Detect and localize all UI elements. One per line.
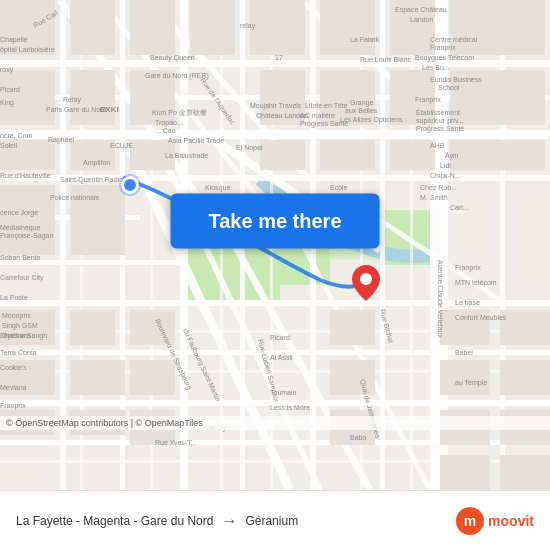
svg-rect-52 <box>0 70 55 125</box>
bottom-bar: La Fayette - Magenta - Gare du Nord → Gé… <box>0 490 550 550</box>
svg-text:Françoise-Sagan: Françoise-Sagan <box>0 232 53 240</box>
svg-text:Franprix: Franprix <box>0 402 26 410</box>
svg-text:Hôpital Lariboisière: Hôpital Lariboisière <box>0 46 55 54</box>
svg-text:La base: La base <box>455 299 480 306</box>
moovit-logo: m moovit <box>456 507 534 535</box>
svg-text:Babel: Babel <box>455 349 473 356</box>
svg-text:Lidl: Lidl <box>440 162 451 169</box>
map-container: Rue Cail Espace Château Landon La Fabrik… <box>0 0 550 490</box>
svg-text:Chez Rob...: Chez Rob... <box>420 184 457 191</box>
svg-text:MTN télécom: MTN télécom <box>455 279 497 286</box>
svg-text:Litote en Tête: Litote en Tête <box>305 102 348 109</box>
svg-point-185 <box>360 273 372 285</box>
svg-text:School: School <box>438 84 460 91</box>
svg-text:Rue d'Hauteville: Rue d'Hauteville <box>0 172 51 179</box>
svg-text:Less Is More: Less Is More <box>270 404 310 411</box>
svg-text:Confort Meubles: Confort Meubles <box>455 314 507 321</box>
svg-text:King: King <box>0 99 14 107</box>
svg-text:cence Jorge: cence Jorge <box>0 209 38 217</box>
svg-text:Progress Santé: Progress Santé <box>416 125 464 133</box>
svg-text:Rue Louis Blanc: Rue Louis Blanc <box>360 56 411 63</box>
svg-text:Gare du Nord (RER): Gare du Nord (RER) <box>145 72 209 80</box>
svg-text:AC matière: AC matière <box>300 112 335 119</box>
svg-rect-48 <box>250 0 305 55</box>
svg-text:Euridis Business: Euridis Business <box>430 76 482 83</box>
svg-rect-77 <box>330 310 375 345</box>
svg-text:El Nopal: El Nopal <box>236 144 263 152</box>
svg-rect-82 <box>440 360 490 395</box>
svg-text:Landon: Landon <box>410 16 433 23</box>
svg-text:Franprix: Franprix <box>455 264 481 272</box>
svg-text:M. Smith: M. Smith <box>420 194 448 201</box>
copyright-text: © OpenStreetMap contributors | © OpenMap… <box>6 418 203 428</box>
svg-rect-63 <box>320 140 375 170</box>
svg-text:aux Belles: aux Belles <box>345 107 378 114</box>
svg-text:ECUJE: ECUJE <box>110 142 133 149</box>
svg-rect-81 <box>500 310 550 345</box>
svg-text:Monoprix: Monoprix <box>2 312 31 320</box>
svg-text:Tropao...: Tropao... <box>155 119 183 127</box>
svg-text:Asia Pacific Trade: Asia Pacific Trade <box>168 137 224 144</box>
moovit-icon: m <box>456 507 484 535</box>
svg-text:Chick-N...: Chick-N... <box>430 172 461 179</box>
svg-rect-49 <box>320 0 375 55</box>
destination-marker <box>352 265 380 301</box>
svg-text:Franprix: Franprix <box>430 44 456 52</box>
svg-text:ncre. Com: ncre. Com <box>0 132 32 139</box>
svg-text:Soban Bento: Soban Bento <box>0 254 41 261</box>
svg-text:La Balustrade: La Balustrade <box>165 152 208 159</box>
svg-text:Moujahir Travels: Moujahir Travels <box>250 102 302 110</box>
svg-text:Ayin: Ayin <box>445 152 459 160</box>
svg-text:Bouygues Telecom: Bouygues Telecom <box>415 54 474 62</box>
svg-text:Carrefour City: Carrefour City <box>0 274 44 282</box>
svg-text:Les Bu...: Les Bu... <box>422 64 450 71</box>
svg-text:Soleil: Soleil <box>0 142 18 149</box>
svg-text:Babo: Babo <box>350 434 366 441</box>
arrow-icon: → <box>221 512 237 530</box>
svg-text:Grange: Grange <box>350 99 373 107</box>
moovit-label: moovit <box>488 513 534 529</box>
svg-text:Centre médical: Centre médical <box>430 36 478 43</box>
svg-rect-51 <box>450 0 545 55</box>
svg-rect-87 <box>500 455 550 490</box>
svg-text:Picard: Picard <box>0 86 20 93</box>
svg-rect-65 <box>450 140 545 170</box>
svg-rect-83 <box>500 360 550 395</box>
svg-text:EXKI: EXKI <box>100 105 119 114</box>
to-label: Géranium <box>245 514 298 528</box>
svg-text:Carl...: Carl... <box>450 204 469 211</box>
svg-text:Relay: Relay <box>63 96 81 104</box>
svg-text:... Cao: ... Cao <box>155 127 176 134</box>
svg-rect-64 <box>390 140 435 170</box>
svg-text:Progress Santé: Progress Santé <box>300 120 348 128</box>
svg-text:Kum Po 金票钦餐: Kum Po 金票钦餐 <box>152 109 207 117</box>
svg-text:Police nationale: Police nationale <box>50 194 100 201</box>
take-me-there-button[interactable]: Take me there <box>170 193 379 248</box>
svg-rect-70 <box>70 360 125 395</box>
svg-text:Amplifon: Amplifon <box>83 159 110 167</box>
svg-text:17: 17 <box>275 54 283 61</box>
svg-text:Avenue Claude Vellefaux: Avenue Claude Vellefaux <box>437 260 444 339</box>
route-info: La Fayette - Magenta - Gare du Nord → Gé… <box>16 512 456 530</box>
svg-text:Espace Château: Espace Château <box>395 6 447 14</box>
svg-text:Beauty Queen: Beauty Queen <box>150 54 195 62</box>
svg-text:Terra Corsa: Terra Corsa <box>0 349 37 356</box>
svg-text:supérieur priv...: supérieur priv... <box>416 117 464 125</box>
svg-rect-69 <box>70 310 115 345</box>
svg-text:La Poste: La Poste <box>0 294 28 301</box>
svg-text:Dharma Sangh: Dharma Sangh <box>0 332 47 340</box>
svg-text:Médiathèque: Médiathèque <box>0 224 41 232</box>
svg-text:Franprix: Franprix <box>415 96 441 104</box>
svg-text:AHB: AHB <box>430 142 445 149</box>
svg-rect-86 <box>440 455 490 490</box>
svg-rect-75 <box>130 360 175 395</box>
svg-text:Rue Yves-T...: Rue Yves-T... <box>155 439 197 446</box>
svg-text:Cookie's: Cookie's <box>0 364 27 371</box>
svg-text:Toumain: Toumain <box>270 389 297 396</box>
svg-text:relay: relay <box>240 22 256 30</box>
svg-rect-62 <box>260 140 305 170</box>
svg-rect-45 <box>70 0 115 55</box>
svg-text:Paris Gare du Nord: Paris Gare du Nord <box>46 106 106 113</box>
svg-text:Saint-Quentin Radio: Saint-Quentin Radio <box>60 176 123 184</box>
svg-text:La Fabrik: La Fabrik <box>350 36 380 43</box>
